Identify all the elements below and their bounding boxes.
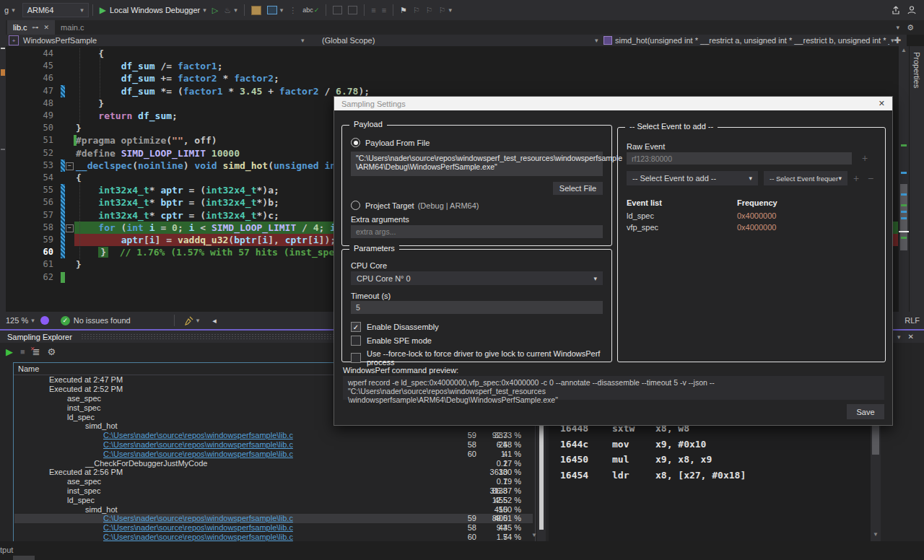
- chevron-down-icon[interactable]: ▾: [595, 37, 598, 44]
- checkbox-unchecked-icon[interactable]: [351, 353, 361, 363]
- feedback-button[interactable]: [904, 2, 920, 18]
- name-column-header[interactable]: Name: [18, 363, 39, 375]
- select-file-button[interactable]: Select File: [553, 182, 603, 195]
- pin-icon[interactable]: ⊶: [32, 24, 39, 31]
- platform-dropdown[interactable]: ARM64▾: [22, 3, 89, 17]
- disassembly-row[interactable]: 16450mulx9, x8, x9: [549, 452, 871, 468]
- scroll-up-arrow-icon[interactable]: ▲: [899, 46, 909, 55]
- parameter-checkbox[interactable]: ✓Enable Disassembly: [351, 322, 605, 332]
- live-share-button[interactable]: [888, 2, 904, 18]
- fold-collapse-icon[interactable]: −: [66, 162, 74, 170]
- prev-bookmark-button[interactable]: ⚐: [410, 2, 423, 18]
- split-editor-icon[interactable]: ✚: [892, 35, 902, 45]
- tree-row[interactable]: C:\Users\nader\source\repos\windowsperfs…: [14, 431, 533, 440]
- code-line[interactable]: 46 df_sum += factor2 * factor2;: [0, 72, 924, 84]
- event-select-dropdown[interactable]: -- Select Event to add -- ▾: [627, 171, 758, 185]
- event-table-row[interactable]: ld_spec0x4000000: [627, 211, 872, 220]
- next-bookmark-button[interactable]: ⚐: [423, 2, 436, 18]
- issues-indicator[interactable]: ✓ No issues found: [61, 316, 131, 325]
- tree-row[interactable]: simd_hot455100 %: [14, 504, 533, 514]
- tree-row[interactable]: C:\Users\nader\source\repos\windowsperfs…: [14, 514, 533, 523]
- stop-sampling-icon[interactable]: ■: [20, 347, 25, 356]
- zoom-dropdown[interactable]: 125 % ▾: [6, 316, 35, 325]
- close-icon[interactable]: ✕: [44, 24, 50, 31]
- publish-button[interactable]: [248, 2, 264, 18]
- increase-indent-button[interactable]: ≡: [379, 2, 389, 18]
- chevron-down-icon[interactable]: ▾: [301, 37, 305, 44]
- source-file-link[interactable]: C:\Users\nader\source\repos\windowsperfs…: [103, 450, 293, 458]
- editor-scrollbar[interactable]: ▲: [899, 46, 909, 312]
- start-debugging-button[interactable]: ▶ Local Windows Debugger ▾: [97, 2, 209, 18]
- raw-event-input[interactable]: [627, 152, 852, 165]
- start-sampling-icon[interactable]: ▶: [6, 346, 13, 357]
- tree-row[interactable]: C:\Users\nader\source\repos\windowsperfs…: [14, 440, 533, 450]
- checkbox-checked-icon[interactable]: ✓: [351, 322, 361, 332]
- clear-list-icon[interactable]: ≣✕: [32, 346, 40, 357]
- timeout-input[interactable]: [351, 301, 603, 314]
- uncomment-button[interactable]: [345, 2, 360, 18]
- output-tab-partial[interactable]: tput: [0, 546, 13, 554]
- profiler-button[interactable]: ♨▾: [221, 2, 240, 18]
- scroll-down-arrow-icon[interactable]: ▼: [871, 531, 881, 538]
- clear-bookmarks-button[interactable]: ⚐▾: [436, 2, 455, 18]
- tree-row[interactable]: ld_spec45512.52 %: [14, 495, 533, 504]
- tree-row[interactable]: ase_spec70.19 %: [14, 477, 533, 486]
- decrease-indent-button[interactable]: ≡: [368, 2, 378, 18]
- code-line[interactable]: 44 {: [0, 48, 924, 60]
- line-ending-indicator[interactable]: RLF: [905, 316, 920, 325]
- close-icon[interactable]: ✕: [879, 99, 885, 108]
- dialog-titlebar[interactable]: Sampling Settings ✕: [334, 97, 892, 110]
- gear-icon[interactable]: ⚙: [907, 23, 914, 32]
- source-file-link[interactable]: C:\Users\nader\source\repos\windowsperfs…: [103, 440, 293, 449]
- scope-dropdown[interactable]: (Global Scope): [322, 36, 375, 45]
- add-event-button[interactable]: +: [853, 172, 859, 184]
- remove-event-button[interactable]: −: [868, 172, 873, 184]
- disassembly-row[interactable]: 16454ldrx8, [x27, #0x18]: [549, 468, 871, 484]
- spell-check-button[interactable]: abc ✓: [300, 2, 322, 18]
- tree-row[interactable]: Executed at 2:56 PM3633100 %: [14, 468, 533, 477]
- code-health-indicator[interactable]: [40, 316, 49, 325]
- source-file-link[interactable]: C:\Users\nader\source\repos\windowsperfs…: [103, 533, 293, 541]
- sampling-settings-gear-icon[interactable]: ⚙: [48, 346, 56, 357]
- fold-collapse-icon[interactable]: −: [66, 224, 74, 232]
- save-button[interactable]: Save: [847, 404, 884, 419]
- tree-row[interactable]: inst_spec313886.37 %: [14, 486, 533, 496]
- solution-config-dropdown[interactable]: g▾: [1, 2, 18, 18]
- checkbox-unchecked-icon[interactable]: [351, 336, 361, 346]
- tab-main-c[interactable]: main.c: [55, 20, 90, 35]
- close-icon[interactable]: ✕: [908, 333, 914, 341]
- toggle-bookmark-button[interactable]: ⚑: [397, 2, 410, 18]
- attach-to-process-button[interactable]: ▾: [264, 2, 287, 18]
- tree-row[interactable]: __CheckForDebuggerJustMyCode10.27 %: [14, 458, 533, 468]
- frequency-select-dropdown[interactable]: -- Select Event frequency -- ▾: [764, 171, 847, 185]
- member-dropdown[interactable]: simd_hot(unsigned int * __restrict a, un…: [615, 36, 889, 45]
- start-without-debugging-button[interactable]: ▷: [209, 2, 221, 18]
- parameter-checkbox[interactable]: Enable SPE mode: [351, 336, 605, 346]
- toolbar-options-dots[interactable]: ⋮: [286, 2, 300, 18]
- cpu-core-dropdown[interactable]: CPU Core N° 0 ▾: [351, 271, 603, 285]
- project-dropdown[interactable]: WindowsPerfSample: [23, 36, 97, 45]
- event-table-row[interactable]: vfp_spec0x4000000: [627, 223, 872, 232]
- tree-row[interactable]: C:\Users\nader\source\repos\windowsperfs…: [14, 523, 533, 533]
- comment-out-button[interactable]: [330, 2, 345, 18]
- code-line[interactable]: 45 df_sum /= factor1;: [0, 60, 924, 72]
- tab-lib-c[interactable]: lib.c ⊶ ✕: [7, 20, 55, 35]
- window-position-icon[interactable]: ▾: [897, 333, 901, 341]
- parameter-checkbox[interactable]: Use --force-lock to force driver to give…: [351, 349, 605, 367]
- tree-row[interactable]: C:\Users\nader\source\repos\windowsperfs…: [14, 533, 533, 542]
- add-raw-event-button[interactable]: +: [862, 152, 868, 164]
- tree-row[interactable]: C:\Users\nader\source\repos\windowsperfs…: [14, 449, 533, 458]
- disassembly-row[interactable]: 1644cmovx9, #0x10: [549, 437, 871, 452]
- extra-arguments-input[interactable]: [351, 225, 603, 238]
- horizontal-scrollbar-thumb[interactable]: [13, 556, 35, 560]
- source-file-link[interactable]: C:\Users\nader\source\repos\windowsperfs…: [103, 514, 293, 522]
- payload-path-field[interactable]: "C:\Users\nader\source\repos\windowsperf…: [351, 152, 603, 176]
- payload-from-file-radio[interactable]: Payload From File: [351, 138, 430, 147]
- scroll-down-arrow-icon[interactable]: ▼: [531, 532, 537, 538]
- source-file-link[interactable]: C:\Users\nader\source\repos\windowsperfs…: [103, 431, 293, 439]
- source-file-link[interactable]: C:\Users\nader\source\repos\windowsperfs…: [103, 523, 293, 532]
- project-target-radio[interactable]: Project Target (Debug | ARM64): [351, 201, 479, 210]
- properties-tool-tab[interactable]: Properties: [912, 52, 921, 88]
- collapse-arrow-icon[interactable]: ◂: [212, 316, 217, 325]
- chevron-down-icon[interactable]: ▾: [897, 24, 900, 31]
